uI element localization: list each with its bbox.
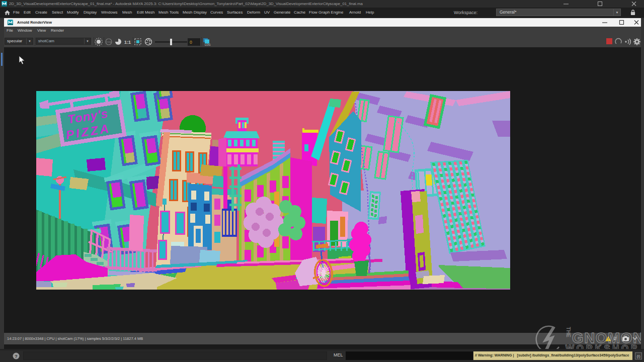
svg-text:?: ? <box>15 353 18 359</box>
svg-text:RGBA: RGBA <box>106 41 112 43</box>
svg-text:1:1: 1:1 <box>124 40 131 45</box>
svg-text:LOG: LOG <box>205 43 211 46</box>
svg-text:THE: THE <box>566 327 572 337</box>
svg-text:0: 0 <box>190 40 192 45</box>
